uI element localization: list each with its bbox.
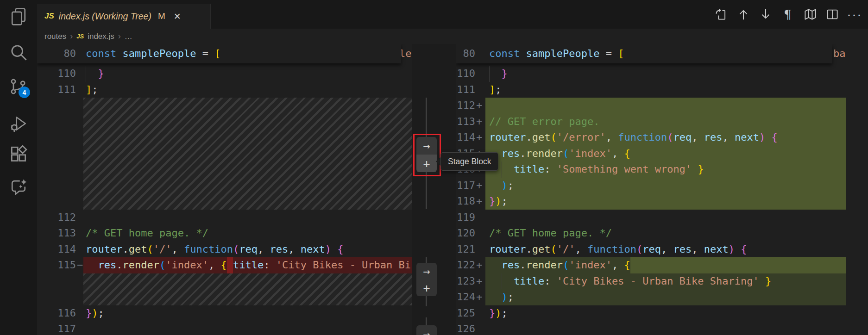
line-number: 114 <box>456 130 475 146</box>
code-token: ( <box>550 130 556 146</box>
code-token: ) <box>325 242 331 258</box>
code-token: samplePeople <box>122 44 196 63</box>
code-token: title <box>514 273 544 290</box>
diff-marker: + <box>476 178 482 194</box>
code-row: 120/* GET home page. */ <box>456 225 868 242</box>
line-number: 113 <box>456 114 475 130</box>
code-token: } <box>698 161 704 178</box>
annotation-highlight-box <box>413 134 441 176</box>
files-icon <box>8 6 29 27</box>
code-line: ); <box>489 289 846 305</box>
code-token: . <box>122 242 128 258</box>
code-token: , <box>288 242 301 258</box>
code-token: , <box>208 257 221 273</box>
code-token: render <box>526 257 563 273</box>
line-number: 119 <box>456 210 475 226</box>
code-line: // GET error page. <box>489 114 846 130</box>
code-token: } <box>502 66 508 82</box>
breadcrumb-symbol[interactable]: … <box>125 32 132 41</box>
code-token: samplePeople <box>526 44 599 63</box>
code-line: } <box>86 66 412 82</box>
split-editor-icon[interactable] <box>825 7 839 22</box>
line-number: 117 <box>456 178 475 194</box>
code-token: : <box>544 161 557 178</box>
code-row: 117 <box>37 321 412 335</box>
code-token: // GET error page. <box>489 114 599 130</box>
code-token: [ <box>214 44 220 63</box>
sidebar-item-chat[interactable] <box>8 177 29 197</box>
code-token: { <box>741 242 747 258</box>
code-token: . <box>520 257 526 273</box>
code-line: title: 'Something went wrong' } <box>489 161 846 178</box>
diff-marker: + <box>476 193 482 210</box>
line-number: 112 <box>456 98 475 114</box>
code-row: 112+ <box>456 98 868 114</box>
open-file-icon[interactable] <box>714 7 728 22</box>
code-token: get <box>532 242 551 258</box>
diff-block-actions: → + <box>416 263 437 296</box>
code-token <box>227 257 233 273</box>
diff-marker: + <box>476 273 482 290</box>
breadcrumb-file[interactable]: index.js <box>88 32 114 41</box>
line-number: 124 <box>456 289 475 305</box>
scm-changes-badge: 4 <box>19 87 30 98</box>
line-number: 123 <box>456 273 475 290</box>
diff-modified-pane[interactable]: 110 }111];112+113+// GET error page.114+… <box>456 44 868 335</box>
code-token <box>489 178 502 194</box>
close-icon[interactable]: ✕ <box>174 11 181 22</box>
code-token: get <box>532 130 551 146</box>
stage-block-tooltip: Stage Block <box>440 152 498 171</box>
code-token: { <box>624 146 630 162</box>
code-token: 'index' <box>569 146 612 162</box>
line-number: 121 <box>456 242 475 258</box>
code-row: 115− res.render('index', { title: 'City … <box>37 257 412 273</box>
code-token: ) <box>92 305 98 322</box>
diff-marker: + <box>476 130 482 146</box>
line-number: 120 <box>456 225 475 242</box>
chat-sparkle-icon <box>8 177 29 197</box>
whitespace-icon[interactable]: ¶ <box>780 7 795 22</box>
code-token: ; <box>502 193 508 210</box>
code-token: '/' <box>153 242 172 258</box>
code-token: ; <box>502 305 508 322</box>
code-token: req <box>239 242 258 258</box>
code-row: 114router.get('/', function(req, res, ne… <box>37 242 412 258</box>
code-token: ( <box>563 146 569 162</box>
code-line: ); <box>489 178 846 194</box>
sidebar-item-explorer[interactable] <box>8 6 29 27</box>
code-line: router.get('/error', function(req, res, … <box>489 130 846 146</box>
revert-block-button[interactable]: → <box>416 325 437 335</box>
code-row: 119 <box>456 210 868 226</box>
code-row: 126 <box>456 321 868 335</box>
more-actions-icon[interactable]: ··· <box>847 7 862 22</box>
code-line: res.render('index', { <box>489 257 846 273</box>
code-token: 'Something went wrong' <box>557 161 692 178</box>
code-row: 111]; <box>456 82 868 98</box>
code-token: , <box>612 257 624 273</box>
code-row: 121router.get('/', function(req, res, ne… <box>456 242 868 258</box>
code-token: ; <box>92 82 98 98</box>
revert-block-button[interactable]: → <box>416 263 437 279</box>
code-token: = <box>196 44 214 63</box>
diff-original-pane[interactable]: 110 }111];112113/* GET home page. */114r… <box>37 44 412 335</box>
code-line: } <box>489 66 846 82</box>
stage-block-button[interactable]: + <box>416 279 437 296</box>
sidebar-item-search[interactable] <box>8 42 29 62</box>
code-line: /* GET home page. */ <box>86 225 412 242</box>
previous-change-icon[interactable] <box>736 7 750 22</box>
code-line: router.get('/', function(req, res, next)… <box>489 242 846 258</box>
breadcrumb-folder[interactable]: routes <box>44 32 66 41</box>
sidebar-item-run-debug[interactable] <box>8 113 29 134</box>
tab-indexjs-working-tree[interactable]: JS index.js (Working Tree) M ✕ <box>37 4 211 29</box>
next-change-icon[interactable] <box>758 7 773 22</box>
moved-code-map-icon[interactable] <box>803 7 817 22</box>
code-token: router <box>489 130 526 146</box>
code-token: res <box>502 146 520 162</box>
code-row: 117+ ); <box>456 178 868 194</box>
sidebar-item-source-control[interactable]: 4 <box>8 76 29 97</box>
code-row: 113+// GET error page. <box>456 114 868 130</box>
sidebar-item-extensions[interactable] <box>8 143 29 164</box>
search-icon <box>8 42 29 62</box>
added-line-background <box>485 98 846 114</box>
diff-block-actions: → <box>416 325 437 335</box>
